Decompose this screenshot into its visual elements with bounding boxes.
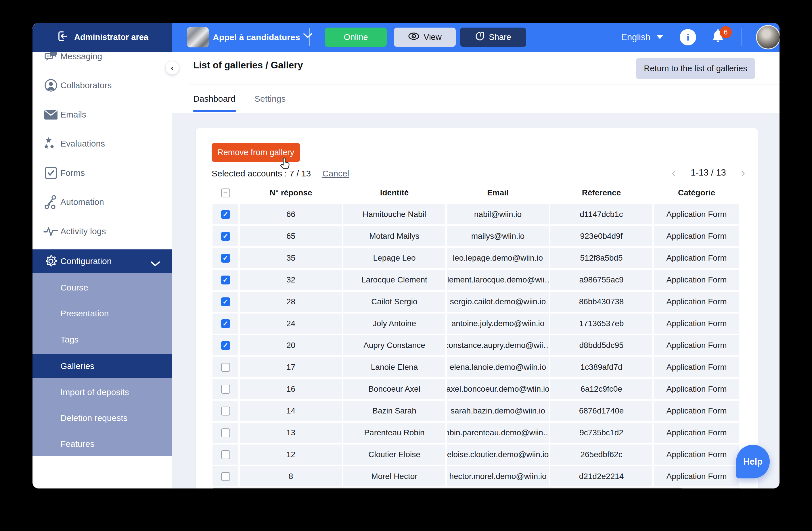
table-row: ✓24Joly Antoineantoine.joly.demo@wiin.io…	[213, 313, 740, 334]
pagination: ‹ 1-13 / 13 ›	[672, 166, 745, 179]
project-chevron-down-icon[interactable]	[303, 33, 312, 40]
return-to-galleries-button[interactable]: Return to the list of galleries	[636, 58, 755, 79]
sidebar-item-automation[interactable]: Automation	[32, 187, 172, 216]
page-title: List of galleries / Gallery	[193, 60, 303, 71]
row-checkbox[interactable]: ✓	[221, 276, 230, 284]
notifications[interactable]: 6	[710, 28, 728, 47]
cell-identity: Hamitouche Nabil	[343, 204, 445, 224]
subitem-label: Deletion requests	[60, 413, 127, 423]
sidebar-subitem-course[interactable]: Course	[32, 275, 172, 300]
column-header-category[interactable]: Catégorie	[654, 184, 739, 202]
cell-reference: d8bdd5dc95	[550, 335, 652, 355]
pagination-next-icon[interactable]: ›	[741, 166, 745, 179]
tab-settings[interactable]: Settings	[255, 94, 286, 104]
row-checkbox[interactable]	[221, 385, 230, 394]
cell-response-number: 28	[240, 292, 342, 312]
column-header-reference[interactable]: Réference	[550, 184, 652, 202]
project-logo[interactable]	[187, 27, 209, 47]
mouse-cursor	[279, 157, 292, 173]
sidebar-item-collaborators[interactable]: Collaborators	[32, 71, 172, 100]
table-row: 8Morel Hectorhector.morel.demo@wiin.iod2…	[213, 466, 740, 486]
bell-icon	[710, 41, 725, 46]
column-header-num[interactable]: N° réponse	[240, 184, 342, 202]
table-header-row: − N° réponse Identité Email Réference Ca…	[213, 184, 740, 202]
cell-email: constance.aupry.demo@wii…	[447, 335, 549, 355]
sidebar-subitem-presentation[interactable]: Presentation	[32, 300, 172, 326]
column-header-identity[interactable]: Identité	[343, 184, 445, 202]
accounts-table: − N° réponse Identité Email Réference Ca…	[213, 184, 740, 488]
cell-email: sergio.cailot.demo@wiin.io	[447, 292, 549, 312]
help-button[interactable]: Help	[736, 445, 770, 478]
topbar-divider	[309, 28, 310, 46]
row-checkbox-cell: ✓	[213, 204, 238, 224]
row-checkbox[interactable]	[221, 472, 230, 481]
sidebar-subitem-features[interactable]: Features	[32, 431, 172, 457]
cell-email: hector.morel.demo@wiin.io	[447, 466, 549, 486]
table-row: 13Parenteau Robinrobin.parenteau.demo@wi…	[213, 423, 740, 443]
info-icon[interactable]: i	[680, 29, 696, 45]
cell-response-number: 35	[240, 248, 342, 268]
cell-reference: d1147dcb1c	[550, 204, 652, 224]
cell-response-number: 20	[240, 335, 342, 355]
row-checkbox[interactable]: ✓	[221, 232, 230, 241]
online-status-button[interactable]: Online	[325, 28, 387, 47]
cell-category: Application Form	[654, 379, 739, 399]
cell-email: mailys@wiin.io	[447, 226, 549, 246]
cell-reference: 265edbf62c	[550, 444, 652, 464]
cell-category: Application Form	[654, 444, 739, 464]
sidebar-item-evaluations[interactable]: Evaluations	[32, 129, 172, 158]
automation-icon	[43, 195, 59, 209]
cell-reference: 17136537eb	[550, 313, 652, 334]
row-checkbox[interactable]	[221, 428, 230, 437]
row-checkbox[interactable]	[221, 407, 230, 415]
sidebar-item-label: Configuration	[60, 256, 112, 266]
sidebar-item-configuration[interactable]: Configuration	[32, 249, 172, 273]
sidebar-subitem-deletion-requests[interactable]: Deletion requests	[32, 405, 172, 431]
table-row: ✓35Lepage Leoleo.lepage.demo@wiin.io512f…	[213, 248, 740, 268]
scrollbar-thumb[interactable]	[213, 488, 683, 488]
project-name[interactable]: Appel à candidatures	[213, 23, 300, 52]
cell-reference: d21d2e2214	[550, 466, 652, 486]
sidebar-collapse-button[interactable]: ‹	[165, 61, 179, 75]
exit-admin-icon[interactable]	[56, 30, 69, 44]
sidebar-item-forms[interactable]: Forms	[32, 158, 172, 187]
row-checkbox[interactable]: ✓	[221, 341, 230, 350]
row-checkbox[interactable]: ✓	[221, 210, 230, 219]
cell-email: elena.lanoie.demo@wiin.io	[447, 357, 549, 377]
cell-category: Application Form	[654, 226, 739, 246]
language-selector[interactable]: English	[621, 23, 663, 52]
sidebar-item-label: Messaging	[60, 51, 102, 61]
row-checkbox[interactable]	[221, 450, 230, 459]
cell-reference: 923e0b4d9f	[550, 226, 652, 246]
view-button[interactable]: View	[394, 28, 456, 47]
cell-identity: Larocque Clement	[343, 270, 445, 290]
cancel-selection-link[interactable]: Cancel	[322, 169, 349, 178]
row-checkbox[interactable]: ✓	[221, 319, 230, 328]
share-button[interactable]: Share	[460, 28, 526, 47]
row-checkbox-cell: ✓	[213, 248, 238, 268]
collaborators-icon	[43, 78, 59, 92]
column-header-email[interactable]: Email	[447, 184, 549, 202]
cell-category: Application Form	[654, 466, 739, 486]
sidebar-item-emails[interactable]: Emails	[32, 100, 172, 129]
sidebar-item-activity-logs[interactable]: Activity logs	[32, 217, 172, 246]
app-window: Messaging Collaborators Emails Evaluatio…	[32, 23, 780, 488]
row-checkbox[interactable]: ✓	[221, 254, 230, 263]
row-checkbox-cell: ✓	[213, 226, 238, 246]
row-checkbox[interactable]	[221, 363, 230, 372]
sidebar-subitem-tags[interactable]: Tags	[32, 327, 172, 353]
user-avatar[interactable]	[756, 25, 780, 49]
cell-category: Application Form	[654, 248, 739, 268]
pagination-prev-icon[interactable]: ‹	[672, 166, 676, 179]
horizontal-scrollbar[interactable]	[213, 488, 740, 488]
cell-category: Application Form	[654, 204, 739, 224]
sidebar-item-label: Forms	[60, 168, 85, 178]
sidebar-subitem-import-of-deposits[interactable]: Import of deposits	[32, 379, 172, 405]
stars-icon	[43, 136, 59, 151]
tab-dashboard[interactable]: Dashboard	[193, 94, 235, 104]
cell-response-number: 17	[240, 357, 342, 377]
row-checkbox[interactable]: ✓	[221, 297, 230, 306]
sidebar-subitem-galleries[interactable]: Galleries	[32, 354, 172, 378]
select-all-checkbox[interactable]: −	[221, 189, 230, 197]
cell-response-number: 32	[240, 270, 342, 290]
